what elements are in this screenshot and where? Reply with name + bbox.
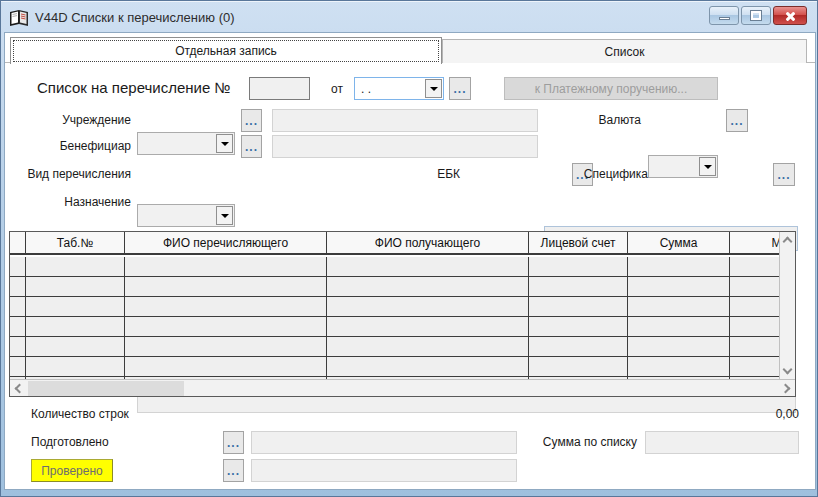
maximize-button[interactable] bbox=[741, 6, 771, 25]
institution-combobox[interactable] bbox=[137, 132, 235, 155]
chevron-down-icon bbox=[221, 214, 229, 218]
chevron-down-icon bbox=[783, 365, 793, 375]
title-bar: V44D Списки к перечислению (0) bbox=[1, 1, 817, 33]
grid-cell bbox=[327, 277, 529, 296]
grid-column-header[interactable]: ФИО перечисляющего bbox=[125, 232, 327, 253]
beneficiary-combobox[interactable] bbox=[137, 204, 235, 227]
horizontal-scrollbar[interactable] bbox=[10, 379, 795, 396]
grid-cell bbox=[730, 277, 779, 296]
grid-column-header[interactable]: Лицевой счет bbox=[529, 232, 628, 253]
institution-browse-button[interactable]: ... bbox=[241, 109, 262, 132]
tab-single-record[interactable]: Отдельная запись bbox=[10, 37, 442, 64]
grid-row-indicator bbox=[10, 317, 26, 336]
grid-cell bbox=[628, 357, 730, 376]
date-from-label: от bbox=[331, 81, 343, 97]
checked-button[interactable]: Проверено bbox=[31, 459, 113, 482]
transfer-list-grid[interactable]: Таб.№ФИО перечисляющегоФИО получающегоЛи… bbox=[9, 231, 796, 397]
chevron-down-icon bbox=[221, 142, 229, 146]
list-sum-label: Сумма по списку bbox=[537, 434, 637, 450]
grid-cell bbox=[529, 357, 628, 376]
chevron-down-icon bbox=[430, 87, 438, 91]
window: V44D Списки к перечислению (0) Список От… bbox=[0, 0, 818, 497]
row-count-total: 0,00 bbox=[776, 406, 799, 422]
minimize-button[interactable] bbox=[709, 6, 739, 25]
close-icon bbox=[784, 10, 796, 22]
prepared-browse-button[interactable]: ... bbox=[223, 431, 244, 454]
window-title: V44D Списки к перечислению (0) bbox=[35, 10, 235, 25]
currency-dropdown-button[interactable] bbox=[699, 157, 716, 176]
grid-cell bbox=[529, 257, 628, 276]
prepared-label: Подготовлено bbox=[31, 434, 109, 450]
grid-indicator-header bbox=[10, 232, 26, 253]
scroll-right-button[interactable] bbox=[779, 380, 795, 396]
grid-row-indicator bbox=[10, 297, 26, 316]
grid-cell bbox=[327, 337, 529, 356]
grid-column-header[interactable]: Сумма bbox=[628, 232, 730, 253]
specifics-browse-button[interactable]: ... bbox=[773, 163, 795, 186]
grid-cell bbox=[125, 317, 327, 336]
chevron-left-icon bbox=[15, 383, 25, 393]
grid-row[interactable] bbox=[10, 357, 779, 377]
vertical-scrollbar[interactable] bbox=[779, 232, 795, 379]
date-combobox[interactable]: . . bbox=[354, 77, 444, 100]
grid-cell bbox=[628, 317, 730, 336]
grid-column-header[interactable]: ФИО получающего bbox=[327, 232, 529, 253]
chevron-up-icon bbox=[783, 237, 793, 247]
tab-list-label: Список bbox=[605, 45, 645, 59]
purpose-label: Назначение bbox=[5, 194, 131, 210]
scroll-down-button[interactable] bbox=[780, 363, 795, 379]
checked-name-field bbox=[251, 459, 517, 482]
beneficiary-browse-button[interactable]: ... bbox=[241, 135, 262, 158]
beneficiary-dropdown-button[interactable] bbox=[216, 206, 233, 225]
list-number-label: Список на перечисление № bbox=[37, 80, 231, 96]
row-count-label: Количество строк bbox=[31, 406, 129, 422]
grid-row[interactable] bbox=[10, 257, 779, 277]
grid-row-indicator bbox=[10, 357, 26, 376]
grid-cell bbox=[628, 297, 730, 316]
grid-column-header[interactable]: Месяц bbox=[730, 232, 779, 253]
scroll-left-button[interactable] bbox=[10, 380, 26, 396]
horizontal-scrollbar-thumb[interactable] bbox=[28, 381, 184, 396]
grid-cell bbox=[125, 357, 327, 376]
grid-row[interactable] bbox=[10, 277, 779, 297]
grid-cell bbox=[730, 257, 779, 276]
grid-row[interactable] bbox=[10, 317, 779, 337]
grid-cell bbox=[26, 317, 125, 336]
currency-combobox[interactable] bbox=[648, 155, 718, 178]
grid-row[interactable] bbox=[10, 297, 779, 317]
grid-cell bbox=[529, 317, 628, 336]
grid-cell bbox=[125, 297, 327, 316]
list-sum-field bbox=[645, 431, 799, 454]
maximize-icon bbox=[751, 11, 761, 20]
to-payment-order-button: к Платежному поручению... bbox=[504, 77, 718, 100]
currency-browse-button[interactable]: ... bbox=[726, 109, 748, 132]
grid-cell bbox=[327, 257, 529, 276]
grid-cell bbox=[730, 357, 779, 376]
grid-cell bbox=[730, 337, 779, 356]
grid-column-header[interactable]: Таб.№ bbox=[26, 232, 125, 253]
date-dropdown-button[interactable] bbox=[425, 79, 442, 98]
scroll-up-button[interactable] bbox=[780, 232, 795, 248]
grid-cell bbox=[125, 337, 327, 356]
grid-body[interactable] bbox=[10, 257, 779, 379]
grid-cell bbox=[26, 337, 125, 356]
grid-cell bbox=[628, 337, 730, 356]
minimize-icon bbox=[719, 17, 730, 20]
transfer-type-label: Вид перечисления bbox=[5, 166, 131, 182]
checked-browse-button[interactable]: ... bbox=[223, 459, 244, 482]
close-button[interactable] bbox=[773, 6, 807, 25]
tab-focus-rect bbox=[14, 41, 438, 61]
currency-label: Валюта bbox=[541, 112, 641, 128]
date-browse-button[interactable]: ... bbox=[449, 77, 471, 100]
grid-cell bbox=[26, 277, 125, 296]
grid-header-row: Таб.№ФИО перечисляющегоФИО получающегоЛи… bbox=[10, 232, 779, 255]
grid-cell bbox=[125, 277, 327, 296]
grid-row-indicator bbox=[10, 257, 26, 276]
specifics-label: Специфика bbox=[565, 166, 648, 182]
list-number-input[interactable] bbox=[249, 77, 310, 100]
grid-row[interactable] bbox=[10, 337, 779, 357]
institution-dropdown-button[interactable] bbox=[216, 134, 233, 153]
chevron-right-icon bbox=[781, 383, 791, 393]
grid-cell bbox=[26, 257, 125, 276]
tab-list[interactable]: Список bbox=[442, 39, 807, 63]
